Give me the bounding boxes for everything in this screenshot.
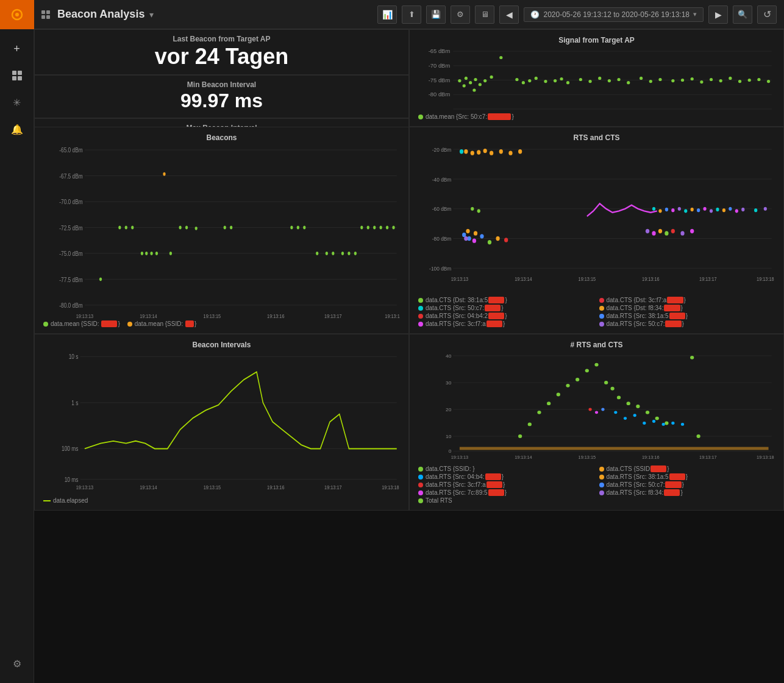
svg-text:100 ms: 100 ms <box>62 446 79 453</box>
svg-point-92 <box>297 226 299 230</box>
svg-point-80 <box>141 252 143 255</box>
topbar: Beacon Analysis ▾ 📊 ⬆ 💾 ⚙ 🖥 ◀ 🕐 2020-05-… <box>34 0 784 29</box>
svg-text:-70.0 dBm: -70.0 dBm <box>59 198 83 206</box>
monitor-button[interactable]: 🖥 <box>475 5 494 24</box>
beacon-intervals-title: Beacon Intervals <box>43 341 400 349</box>
svg-point-129 <box>518 149 522 154</box>
svg-text:19:13:16: 19:13:16 <box>642 277 660 283</box>
svg-point-83 <box>155 252 158 255</box>
title-chevron[interactable]: ▾ <box>149 10 154 19</box>
svg-point-124 <box>477 150 480 154</box>
svg-point-38 <box>598 77 601 80</box>
svg-point-49 <box>710 78 713 81</box>
svg-point-76 <box>99 277 102 281</box>
beacons-chart: -65.0 dBm -67.5 dBm -70.0 dBm -72.5 dBm … <box>43 146 400 318</box>
svg-point-142 <box>684 209 687 213</box>
sidebar-star-button[interactable]: ✳ <box>0 89 34 116</box>
svg-point-222 <box>671 422 674 425</box>
svg-point-219 <box>643 422 646 425</box>
next-time-button[interactable]: ▶ <box>708 5 728 24</box>
svg-point-130 <box>460 149 463 154</box>
signal-legend: data.mean {Src: 50:c7:■■■■■} <box>418 113 775 120</box>
sidebar-add-button[interactable]: + <box>0 35 34 62</box>
svg-point-91 <box>290 226 293 230</box>
sidebar-settings-button[interactable]: ⚙ <box>0 650 34 677</box>
svg-point-206 <box>594 363 598 367</box>
svg-point-159 <box>504 238 508 242</box>
sidebar-grid-button[interactable] <box>0 62 34 89</box>
svg-point-48 <box>700 80 703 83</box>
svg-text:19:13:15: 19:13:15 <box>579 455 596 460</box>
sidebar-bell-button[interactable]: 🔔 <box>0 116 34 143</box>
svg-point-25 <box>463 84 466 87</box>
svg-point-155 <box>472 239 476 243</box>
svg-point-200 <box>537 411 541 414</box>
svg-point-122 <box>464 149 468 154</box>
main-content: Beacon Analysis ▾ 📊 ⬆ 💾 ⚙ 🖥 ◀ 🕐 2020-05-… <box>34 0 784 683</box>
svg-point-28 <box>515 78 518 81</box>
page-title: Beacon Analysis <box>57 8 144 21</box>
svg-text:19:13:13: 19:13:13 <box>76 313 94 318</box>
svg-point-154 <box>464 236 468 241</box>
beacon-intervals-panel: Beacon Intervals 10 s 1 s 100 ms 10 ms 1… <box>34 334 409 511</box>
svg-point-50 <box>719 79 722 82</box>
dashboard: Last Beacon from Target AP vor 24 Tagen … <box>34 29 784 683</box>
svg-point-42 <box>640 77 643 80</box>
svg-point-90 <box>230 226 232 230</box>
svg-point-81 <box>145 252 148 255</box>
prev-time-button[interactable]: ◀ <box>499 5 519 24</box>
svg-text:19:13:18: 19:13:18 <box>385 313 400 318</box>
num-rts-cts-chart: 40 30 20 10 0 19:13:13 19:13:14 19:13:15… <box>418 353 775 463</box>
svg-point-128 <box>508 151 512 155</box>
time-range-picker[interactable]: 🕐 2020-05-26 19:13:12 to 2020-05-26 19:1… <box>524 7 704 22</box>
svg-point-21 <box>474 78 477 81</box>
svg-point-86 <box>179 226 182 230</box>
svg-text:19:13:17: 19:13:17 <box>699 277 717 283</box>
svg-text:19:13:15: 19:13:15 <box>579 277 596 283</box>
svg-point-126 <box>490 151 493 155</box>
svg-point-125 <box>483 149 487 153</box>
save-button[interactable]: 💾 <box>426 5 446 24</box>
svg-text:19:13:14: 19:13:14 <box>515 277 532 283</box>
svg-point-135 <box>471 207 474 211</box>
svg-point-153 <box>764 207 767 211</box>
svg-point-210 <box>627 402 630 405</box>
svg-point-95 <box>326 252 328 255</box>
svg-point-79 <box>131 226 134 230</box>
svg-point-164 <box>671 229 675 233</box>
svg-point-147 <box>716 208 719 211</box>
svg-point-78 <box>125 226 127 230</box>
app-logo[interactable] <box>0 0 34 29</box>
svg-point-220 <box>652 420 655 423</box>
svg-point-44 <box>658 78 661 81</box>
left-stats: Last Beacon from Target AP vor 24 Tagen … <box>34 29 409 127</box>
svg-point-198 <box>518 434 522 438</box>
svg-point-140 <box>671 208 674 212</box>
svg-point-53 <box>748 79 751 82</box>
share-button[interactable]: ⬆ <box>402 5 421 24</box>
settings-button[interactable]: ⚙ <box>451 5 470 24</box>
svg-point-223 <box>681 423 684 426</box>
svg-point-96 <box>332 252 334 255</box>
svg-text:40: 40 <box>446 353 452 359</box>
beacons-panel: Beacons -65.0 dBm -67.5 dBm -70.0 dBm -7… <box>34 127 409 334</box>
svg-point-225 <box>595 411 598 414</box>
svg-text:-75.0 dBm: -75.0 dBm <box>59 250 83 258</box>
svg-text:19:13:17: 19:13:17 <box>324 313 342 318</box>
svg-point-213 <box>655 417 659 420</box>
svg-point-139 <box>665 208 668 211</box>
svg-point-123 <box>471 151 474 155</box>
svg-text:0: 0 <box>449 449 452 455</box>
svg-text:19:13:17: 19:13:17 <box>699 455 717 460</box>
svg-rect-197 <box>460 447 769 450</box>
beacons-title: Beacons <box>43 133 400 142</box>
bar-chart-button[interactable]: 📊 <box>377 5 397 24</box>
zoom-button[interactable]: 🔍 <box>733 5 752 24</box>
svg-text:-70 dBm: -70 dBm <box>429 63 451 69</box>
refresh-button[interactable]: ↺ <box>757 5 777 24</box>
sidebar: + ✳ 🔔 ⚙ <box>0 0 34 683</box>
svg-text:19:13:14: 19:13:14 <box>515 455 532 460</box>
svg-text:-100 dBm: -100 dBm <box>429 265 451 272</box>
svg-point-160 <box>646 229 649 233</box>
svg-point-145 <box>703 207 706 211</box>
